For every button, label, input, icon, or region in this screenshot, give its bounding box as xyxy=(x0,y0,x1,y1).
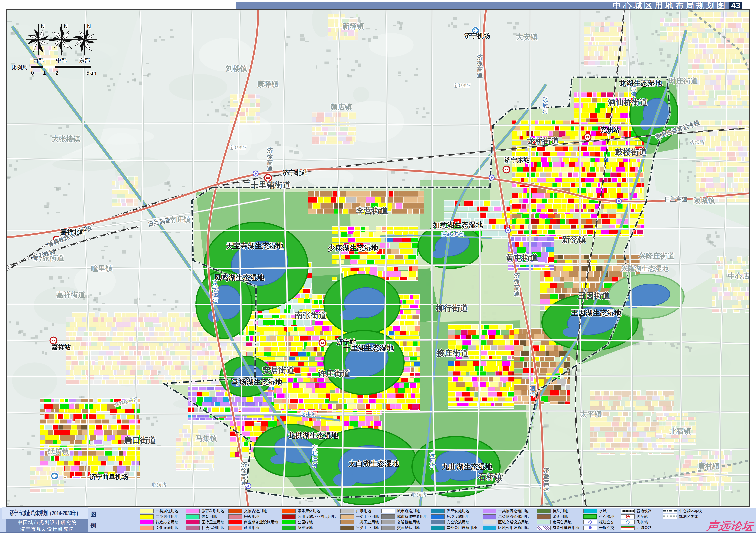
legend-label: 水域 xyxy=(599,508,607,514)
legend-column: 中心城区界线规划区界线 xyxy=(663,508,712,520)
station-label: 济宁站 xyxy=(337,338,356,346)
organization-block: 中国城市规划设计研究院 济宁市规划设计研究院 xyxy=(6,520,88,532)
map-label: 少康湖生态湿地 xyxy=(328,244,379,252)
footer-band: 济宁市城市总体规划（2014-2030年） 中国城市规划设计研究院 济宁市规划设… xyxy=(0,508,756,533)
legend-label: 规划区界线 xyxy=(679,514,698,519)
legend-item: 广场用地 xyxy=(340,508,381,514)
legend-label: 特殊用地 xyxy=(553,508,568,514)
legend-swatch-icon-train xyxy=(621,514,634,519)
map-label: 龙桥街道 xyxy=(527,136,559,145)
legend-swatch-fill xyxy=(140,520,153,524)
legend-label: 普通铁路 xyxy=(636,508,652,514)
legend-label: 文化设施用地 xyxy=(156,525,178,530)
legend-item: 普通铁路 xyxy=(621,508,663,514)
legend-label: 有条件建设用地 xyxy=(553,525,579,530)
map-label: 许庄街道 xyxy=(318,369,350,378)
legend-label: 三类工业用地 xyxy=(356,525,379,530)
map-label: 南旺镇 xyxy=(169,215,191,224)
legend-label: 广场用地 xyxy=(356,508,371,514)
legend-swatch-fill xyxy=(186,509,200,513)
map-label: 京杭运河 xyxy=(213,279,218,303)
legend-swatch-fill xyxy=(186,520,200,524)
legend-swatch-fill xyxy=(537,520,551,524)
map-label: 马集镇 xyxy=(195,434,217,442)
legend-swatch-fill xyxy=(537,509,551,513)
legend-item: 教育科研用地 xyxy=(186,508,229,514)
legend-swatch-fill xyxy=(186,514,200,519)
legend-swatch-fillborder xyxy=(583,514,597,519)
legend-swatch-fill xyxy=(229,514,242,519)
legend-swatch-fill xyxy=(186,525,200,530)
legend-swatch-rail xyxy=(621,509,634,513)
legend-label: 教育科研用地 xyxy=(202,508,225,514)
train-station-icon xyxy=(265,175,271,181)
legend-item: ✈飞机场 xyxy=(621,520,663,525)
svg-text:0: 0 xyxy=(31,70,34,76)
train-station-icon xyxy=(503,166,510,173)
org-line-2: 济宁市规划设计研究院 xyxy=(20,526,74,532)
svg-text:N: N xyxy=(64,23,68,29)
legend-swatch-fill xyxy=(431,514,445,519)
legend-item: 商务用地 xyxy=(229,525,282,531)
legend-label: 二类居住用地 xyxy=(156,514,178,519)
map-label: 安居街道 xyxy=(262,366,294,375)
legend-item: 体育用地 xyxy=(186,514,229,520)
map-label: 天宝寺湖生态湿地 xyxy=(226,242,284,250)
legend-title-char: 图 xyxy=(91,510,96,519)
legend-swatch-fill xyxy=(282,509,296,513)
map-label: 王因湖生态湿地 xyxy=(571,309,622,317)
legend-swatch-fill xyxy=(381,525,395,530)
airport-icon: ✈ xyxy=(51,472,58,480)
legend-item: 枢纽立交 xyxy=(583,520,621,525)
svg-text:1: 1 xyxy=(43,70,46,76)
map-label: 洸府河 xyxy=(430,452,435,469)
legend-label: 一类物流仓储用地 xyxy=(498,508,528,514)
legend-item: 有条件建设用地 xyxy=(537,525,583,531)
legend-swatch-fill xyxy=(340,509,354,513)
legend-item: 区域交通设施用地 xyxy=(483,520,537,525)
map-canvas[interactable]: ✈✈ 刘楼镇南旺镇大张楼镇康驿镇新驿镇大安镇时庄街道颜店镇万张街道疃里镇嘉祥街道… xyxy=(6,9,750,507)
legend-swatch-hatch xyxy=(537,525,551,530)
map-label: 济徐高速 xyxy=(267,147,273,172)
legend-swatch-fill xyxy=(229,520,242,524)
legend-item: 一类居住用地 xyxy=(140,508,186,514)
map-label: 唐口街道 xyxy=(124,436,156,444)
map-label: 新G327 xyxy=(454,83,471,88)
map-label: 泗河 xyxy=(529,385,535,398)
svg-text:西部: 西部 xyxy=(33,57,44,64)
legend-item: 其他公用设施用地 xyxy=(431,525,483,531)
map-label: 济微高速 xyxy=(477,54,483,79)
legend-column: 城市道路用地城市轨道交通用地交通枢纽用地交通场站用地 xyxy=(381,508,431,531)
legend-item: 医疗卫生用地 xyxy=(186,520,229,525)
legend-label: 安全设施用地 xyxy=(446,520,470,525)
station-label: 济宁北站 xyxy=(282,169,308,176)
svg-text:✈: ✈ xyxy=(52,473,57,479)
map-label: 新驿镇 xyxy=(342,22,364,30)
map-label: 京杭运河 xyxy=(312,444,318,468)
map-label: 济微高速 xyxy=(543,467,550,492)
legend-label: 防护绿地 xyxy=(298,525,313,530)
legend-label: 城市道路用地 xyxy=(397,508,420,514)
map-label: 康驿镇 xyxy=(257,80,279,88)
map-label: 临菏路 xyxy=(412,492,426,497)
legend-swatch-fill xyxy=(483,514,496,519)
planning-map[interactable]: ✈✈ 刘楼镇南旺镇大张楼镇康驿镇新驿镇大安镇时庄街道颜店镇万张街道疃里镇嘉祥街道… xyxy=(7,10,749,506)
legend-label: 城市轨道交通用地 xyxy=(397,514,427,519)
map-label: 兴隆庄街道 xyxy=(638,252,675,260)
legend-label: 公园绿地 xyxy=(298,520,313,525)
map-label: 刘楼镇 xyxy=(226,65,247,73)
legend-item: 安全设施用地 xyxy=(431,520,483,525)
legend-column: 广场用地一类工业用地二类工业用地三类工业用地 xyxy=(340,508,381,531)
map-label: 陵城镇 xyxy=(693,196,715,205)
legend-label: 其他公用设施用地 xyxy=(446,525,477,530)
train-station-icon xyxy=(50,337,57,344)
map-label: 时庄街道 xyxy=(669,77,698,85)
legend-item: 娱乐康体用地 xyxy=(282,508,340,514)
legend-item: 一般立交 xyxy=(583,525,621,531)
legend-swatch-fill xyxy=(282,514,296,519)
map-label: 酒仙桥街道 xyxy=(608,98,648,106)
legend-item: 一类工业用地 xyxy=(340,514,381,520)
legend-item: 采矿用地 xyxy=(537,514,583,520)
legend-swatch-fill xyxy=(140,525,153,530)
legend-item: 公园绿地 xyxy=(282,520,340,525)
